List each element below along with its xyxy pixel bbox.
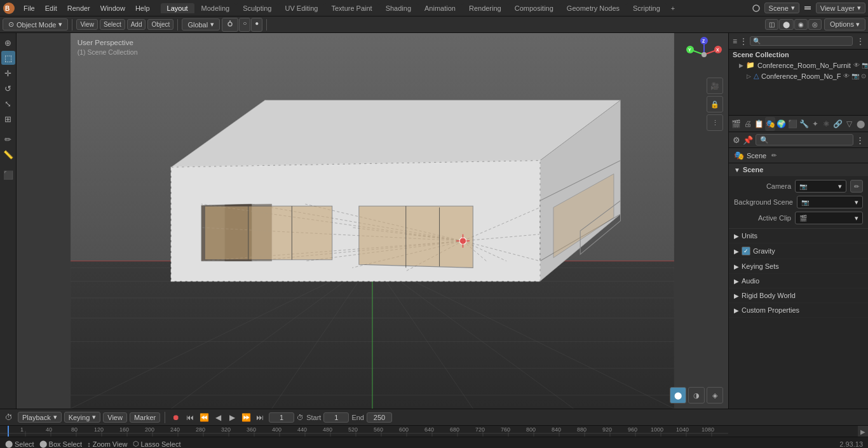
properties-filter-btn[interactable]: ⋮	[856, 135, 864, 145]
record-btn[interactable]: ⏺	[170, 411, 182, 424]
annotate-tool[interactable]: ✏	[1, 132, 15, 146]
outliner-sort-btn[interactable]: ⋮	[857, 37, 864, 46]
header-add-menu[interactable]: Add	[127, 19, 146, 30]
start-frame-input[interactable]: 1	[323, 412, 349, 423]
marker-dropdown[interactable]: Marker	[130, 412, 160, 423]
outliner-filter2-btn[interactable]: ⋮	[740, 37, 747, 46]
jump-to-start-btn[interactable]: ⏮	[184, 411, 196, 424]
rigid-body-header[interactable]: ▶ Rigid Body World	[734, 290, 863, 301]
tab-uv-editing[interactable]: UV Editing	[278, 3, 324, 13]
render-icon-0[interactable]: 📷	[862, 62, 868, 69]
rotate-tool[interactable]: ↺	[1, 81, 15, 95]
prop-tab-modifiers[interactable]: 🔧	[799, 117, 810, 131]
prop-tab-world[interactable]: 🌍	[776, 117, 787, 131]
prop-tab-view-layer[interactable]: 📋	[754, 117, 764, 131]
scale-tool[interactable]: ⤡	[1, 97, 15, 111]
viewport-gizmo[interactable]: X Y Z	[685, 36, 723, 74]
outliner-item-1[interactable]: ▷ △ Conference_Room_No_F 👁 📷 ⊙	[729, 71, 868, 81]
outliner-search-input[interactable]	[750, 36, 853, 46]
scene-name-edit-btn[interactable]: ✏	[771, 152, 776, 159]
render-icon-1[interactable]: 📷	[851, 72, 859, 79]
current-frame-display[interactable]: 1	[269, 412, 294, 423]
active-clip-value[interactable]: 🎬 ▾	[795, 212, 863, 224]
prop-tab-object[interactable]: ⬛	[788, 117, 798, 131]
prop-tab-output[interactable]: 🖨	[743, 117, 753, 131]
properties-settings-btn[interactable]: ⚙	[733, 135, 740, 145]
overlay-toggle-btn[interactable]: ◑	[688, 387, 705, 404]
step-back-btn[interactable]: ⏪	[198, 411, 210, 424]
material-preview-btn[interactable]: ◉	[794, 19, 808, 30]
viewport-options-btn[interactable]: ⋮	[707, 114, 723, 131]
prop-tab-render[interactable]: 🎬	[731, 117, 742, 131]
timeline-view-dropdown[interactable]: View	[103, 412, 127, 423]
rendered-btn[interactable]: ◎	[808, 19, 822, 30]
menu-help[interactable]: Help	[131, 3, 154, 13]
prop-tab-physics[interactable]: ⚛	[822, 117, 832, 131]
timeline-scroll-right[interactable]: ▶	[858, 426, 868, 437]
vis-icon-0[interactable]: 👁	[853, 62, 860, 69]
measure-tool[interactable]: 📏	[1, 147, 15, 161]
tab-shading[interactable]: Shading	[379, 3, 417, 13]
gravity-checkbox[interactable]: ✓	[742, 247, 750, 255]
end-frame-input[interactable]: 250	[367, 412, 392, 423]
gravity-header[interactable]: ▶ ✓ Gravity	[734, 245, 863, 257]
tab-compositing[interactable]: Compositing	[508, 3, 560, 13]
scene-selector[interactable]: Scene ▾	[764, 3, 799, 13]
header-view-menu[interactable]: View	[76, 19, 98, 30]
snap-toggle[interactable]	[222, 18, 238, 32]
outliner-filter-btn[interactable]: ≡	[733, 37, 737, 46]
prop-tab-scene[interactable]: 🎭	[765, 117, 775, 131]
tab-layout[interactable]: Layout	[161, 3, 194, 13]
keying-dropdown[interactable]: Keying ▾	[64, 412, 101, 423]
tab-animation[interactable]: Animation	[418, 3, 462, 13]
viewport-3d[interactable]: User Perspective (1) Scene Collection X …	[17, 33, 728, 409]
proportional-editing-toggle[interactable]: ○	[239, 18, 250, 32]
timeline-menu-btn[interactable]: ⏱	[3, 411, 15, 424]
header-object-menu[interactable]: Object	[147, 19, 173, 30]
prop-tab-particles[interactable]: ✦	[810, 117, 820, 131]
play-reverse-btn[interactable]: ◀	[212, 411, 224, 424]
tab-rendering[interactable]: Rendering	[463, 3, 508, 13]
units-header[interactable]: ▶ Units	[734, 230, 863, 241]
tab-texture-paint[interactable]: Texture Paint	[325, 3, 378, 13]
menu-edit[interactable]: Edit	[41, 3, 62, 13]
tab-modeling[interactable]: Modeling	[195, 3, 236, 13]
transform-tool[interactable]: ⊞	[1, 112, 15, 126]
playback-dropdown[interactable]: Playback ▾	[18, 412, 62, 423]
header-select-menu[interactable]: Select	[100, 19, 125, 30]
move-tool[interactable]: ✛	[1, 66, 15, 80]
object-mode-selector[interactable]: ⊙ Object Mode ▾	[3, 18, 68, 31]
camera-value[interactable]: 📷 ▾	[795, 180, 846, 193]
tab-sculpting[interactable]: Sculpting	[236, 3, 278, 13]
viewport-lock-btn[interactable]: 🔒	[707, 96, 723, 112]
scene-section-header[interactable]: ▼ Scene	[729, 163, 868, 176]
step-forward-btn[interactable]: ⏩	[240, 411, 252, 424]
camera-view-btn[interactable]: 🎥	[707, 78, 723, 94]
proportional-mode-btn[interactable]: ●	[251, 18, 262, 32]
hide-icon-1[interactable]: ⊙	[861, 72, 866, 79]
cursor-tool[interactable]: ⊕	[1, 36, 15, 50]
properties-search-input[interactable]	[756, 134, 853, 146]
background-scene-value[interactable]: 📷 ▾	[797, 196, 863, 208]
view-layer-selector[interactable]: View Layer ▾	[816, 3, 865, 13]
audio-header[interactable]: ▶ Audio	[734, 275, 863, 287]
add-cube-tool[interactable]: ⬛	[1, 168, 15, 182]
keying-sets-header[interactable]: ▶ Keying Sets	[734, 261, 863, 272]
play-btn[interactable]: ▶	[226, 411, 238, 424]
menu-file[interactable]: File	[19, 3, 39, 13]
solid-btn[interactable]: ⬤	[779, 19, 794, 30]
shader-solid-btn[interactable]: ⬤	[670, 387, 686, 404]
camera-edit-btn[interactable]: ✏	[850, 180, 863, 193]
add-workspace-button[interactable]: +	[667, 3, 679, 13]
menu-render[interactable]: Render	[63, 3, 95, 13]
vis-icon-1[interactable]: 👁	[843, 72, 850, 79]
transform-selector[interactable]: Global ▾	[182, 18, 220, 31]
properties-pin-btn[interactable]: 📌	[743, 135, 753, 145]
jump-to-end-btn[interactable]: ⏭	[254, 411, 266, 424]
custom-props-header[interactable]: ▶ Custom Properties	[734, 304, 863, 316]
options-dropdown[interactable]: Options ▾	[824, 18, 865, 31]
tab-geometry-nodes[interactable]: Geometry Nodes	[560, 3, 626, 13]
select-box-tool[interactable]: ⬚	[1, 51, 15, 65]
outliner-item-0[interactable]: ▶ 📁 Conference_Room_No_Furnit 👁 📷 ⊙	[729, 60, 868, 71]
prop-tab-material[interactable]: ⬤	[855, 117, 865, 131]
